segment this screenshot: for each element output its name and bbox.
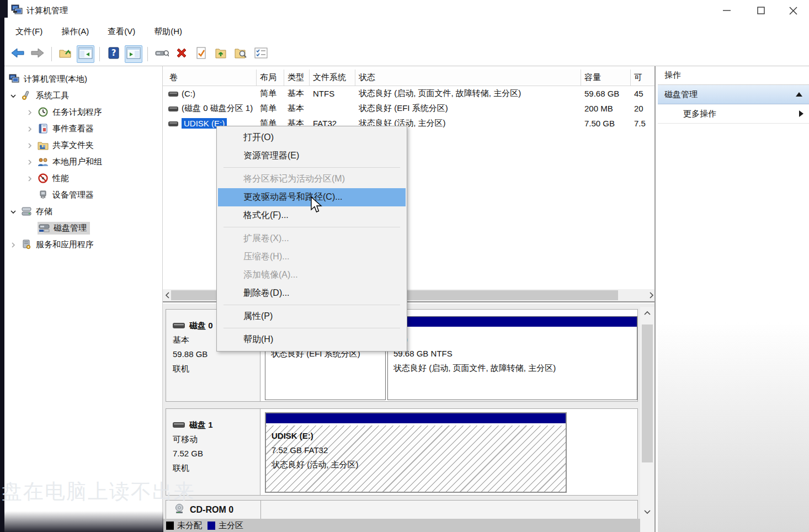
chevron-collapsed-icon[interactable] bbox=[10, 241, 18, 248]
col-header-fs[interactable]: 文件系统 bbox=[310, 70, 355, 86]
disk-management-icon bbox=[39, 223, 50, 233]
volume-name: (磁盘 0 磁盘分区 1) bbox=[182, 103, 253, 114]
volume-context-menu: 打开(O) 资源管理器(E) 将分区标记为活动分区(M) 更改驱动器号和路径(C… bbox=[216, 126, 407, 352]
menu-file[interactable]: 文件(F) bbox=[8, 23, 50, 40]
disk-name: CD-ROM 0 bbox=[190, 505, 233, 515]
tree-item-device-manager[interactable]: 设备管理器 bbox=[4, 187, 162, 203]
storage-icon bbox=[21, 206, 32, 216]
forward-button[interactable] bbox=[29, 45, 46, 63]
tree-label: 存储 bbox=[36, 206, 52, 217]
partition-info: 7.52 GB FAT32 bbox=[272, 443, 566, 457]
chevron-expanded-icon[interactable] bbox=[10, 208, 18, 215]
cdrom-divider bbox=[260, 501, 261, 519]
menu-item-mark-active: 将分区标记为活动分区(M) bbox=[218, 170, 406, 188]
actions-group-disk-management[interactable]: 磁盘管理 bbox=[658, 85, 809, 104]
col-header-layout[interactable]: 布局 bbox=[257, 70, 284, 86]
close-button[interactable] bbox=[777, 0, 809, 21]
menu-item-help[interactable]: 帮助(H) bbox=[218, 331, 406, 349]
scroll-up-arrow-icon[interactable] bbox=[640, 307, 654, 319]
col-header-type[interactable]: 类型 bbox=[284, 70, 310, 86]
menu-item-properties[interactable]: 属性(P) bbox=[218, 307, 406, 326]
properties-button[interactable] bbox=[193, 45, 210, 63]
chevron-collapsed-icon[interactable] bbox=[26, 141, 34, 149]
menu-view[interactable]: 查看(V) bbox=[100, 23, 143, 40]
view-options-button[interactable] bbox=[252, 45, 270, 63]
volume-list-header: 卷 布局 类型 文件系统 状态 容量 可 bbox=[163, 70, 656, 86]
menu-item-extend-volume: 扩展卷(X)... bbox=[218, 230, 406, 248]
find-folder-button[interactable] bbox=[232, 45, 250, 63]
col-header-capacity[interactable]: 容量 bbox=[581, 70, 631, 86]
maximize-button[interactable] bbox=[745, 0, 777, 21]
export-folder-button[interactable] bbox=[212, 45, 230, 63]
menu-item-delete-volume[interactable]: 删除卷(D)... bbox=[218, 284, 406, 302]
vertical-scrollbar[interactable] bbox=[640, 307, 654, 532]
tree-item-event-viewer[interactable]: 事件查看器 bbox=[4, 120, 162, 137]
chevron-collapsed-icon[interactable] bbox=[26, 125, 34, 132]
tree-item-shared-folders[interactable]: 共享文件夹 bbox=[4, 137, 162, 153]
collapse-arrow-icon[interactable] bbox=[796, 92, 802, 97]
tree-label: 设备管理器 bbox=[52, 190, 94, 200]
remote-device-button[interactable] bbox=[153, 45, 171, 63]
tree-label: 系统工具 bbox=[36, 91, 69, 101]
show-action-pane-button[interactable] bbox=[125, 45, 142, 63]
menu-item-explorer[interactable]: 资源管理器(E) bbox=[218, 147, 406, 165]
volume-capacity: 59.68 GB bbox=[581, 89, 631, 98]
scrollbar-thumb[interactable] bbox=[642, 324, 653, 462]
table-row[interactable]: (C:) 简单 基本 NTFS 状态良好 (启动, 页面文件, 故障转储, 主分… bbox=[163, 86, 656, 101]
volume-status: 状态良好 (EFI 系统分区) bbox=[355, 103, 581, 114]
chevron-collapsed-icon[interactable] bbox=[26, 174, 34, 182]
tree-item-task-scheduler[interactable]: 任务计划程序 bbox=[4, 104, 162, 120]
actions-group-label: 磁盘管理 bbox=[664, 89, 698, 100]
menu-action[interactable]: 操作(A) bbox=[54, 23, 97, 40]
volume-free: 20 bbox=[631, 104, 656, 113]
computer-management-window: 计算机管理 文件(F) 操作(A) 查看(V) 帮助(H) bbox=[0, 0, 809, 532]
bottom-vignette bbox=[0, 511, 163, 532]
chevron-collapsed-icon[interactable] bbox=[26, 108, 34, 116]
tree-item-services-applications[interactable]: 服务和应用程序 bbox=[4, 236, 162, 253]
partition-udisk-selected[interactable]: UDISK (E:) 7.52 GB FAT32 状态良好 (活动, 主分区) bbox=[265, 412, 567, 493]
back-button[interactable] bbox=[9, 45, 26, 63]
col-header-volume[interactable]: 卷 bbox=[163, 70, 257, 86]
show-console-tree-button[interactable] bbox=[77, 45, 94, 63]
volume-type: 基本 bbox=[284, 88, 310, 99]
up-folder-button[interactable] bbox=[57, 45, 74, 63]
window-title: 计算机管理 bbox=[26, 6, 68, 16]
volume-icon bbox=[168, 119, 178, 128]
delete-button[interactable] bbox=[173, 45, 190, 63]
tree-item-local-users-groups[interactable]: 本地用户和组 bbox=[4, 153, 162, 170]
partition-status: 状态良好 (启动, 页面文件, 故障转储, 主分区) bbox=[393, 361, 637, 375]
tree-item-storage[interactable]: 存储 bbox=[4, 203, 162, 220]
cdrom-row[interactable]: CD-ROM 0 bbox=[166, 500, 638, 519]
volume-name: (C:) bbox=[182, 89, 195, 98]
help-button[interactable]: ? bbox=[105, 45, 123, 63]
submenu-arrow-icon[interactable] bbox=[799, 110, 803, 117]
chevron-expanded-icon[interactable] bbox=[10, 92, 18, 99]
chevron-none bbox=[26, 191, 34, 199]
col-header-status[interactable]: 状态 bbox=[355, 70, 581, 86]
disk-name: 磁盘 1 bbox=[189, 418, 213, 432]
tree-item-computer-management[interactable]: 计算机管理(本地) bbox=[4, 71, 162, 87]
disk-icon bbox=[173, 418, 185, 432]
partition-c[interactable]: (C:) 59.68 GB NTFS 状态良好 (启动, 页面文件, 故障转储,… bbox=[387, 316, 637, 400]
tree-item-performance[interactable]: 性能 bbox=[4, 170, 162, 187]
col-header-free[interactable]: 可 bbox=[631, 70, 656, 86]
performance-icon bbox=[38, 173, 49, 183]
minimize-button[interactable] bbox=[711, 0, 743, 21]
toolbar-separator bbox=[147, 47, 148, 61]
menu-help[interactable]: 帮助(H) bbox=[146, 23, 190, 40]
shared-folder-icon bbox=[38, 140, 49, 150]
chevron-collapsed-icon[interactable] bbox=[26, 158, 34, 166]
volume-list: 卷 布局 类型 文件系统 状态 容量 可 (C:) 简单 基本 NTFS 状态良… bbox=[163, 70, 656, 131]
title-bar: 计算机管理 bbox=[4, 0, 809, 21]
table-row[interactable]: (磁盘 0 磁盘分区 1) 简单 基本 状态良好 (EFI 系统分区) 200 … bbox=[163, 101, 656, 116]
menu-separator bbox=[223, 167, 400, 168]
svg-text:?: ? bbox=[111, 48, 116, 58]
more-actions-item[interactable]: 更多操作 bbox=[658, 104, 809, 124]
scroll-down-arrow-icon[interactable] bbox=[640, 506, 654, 518]
tree-item-system-tools[interactable]: 系统工具 bbox=[4, 87, 162, 104]
menu-bar: 文件(F) 操作(A) 查看(V) 帮助(H) bbox=[4, 21, 809, 42]
scroll-left-arrow-icon[interactable] bbox=[163, 289, 172, 301]
tree-item-disk-management[interactable]: 磁盘管理 bbox=[4, 220, 162, 236]
menu-item-open[interactable]: 打开(O) bbox=[218, 129, 406, 147]
menu-item-add-mirror: 添加镜像(A)... bbox=[218, 266, 406, 284]
